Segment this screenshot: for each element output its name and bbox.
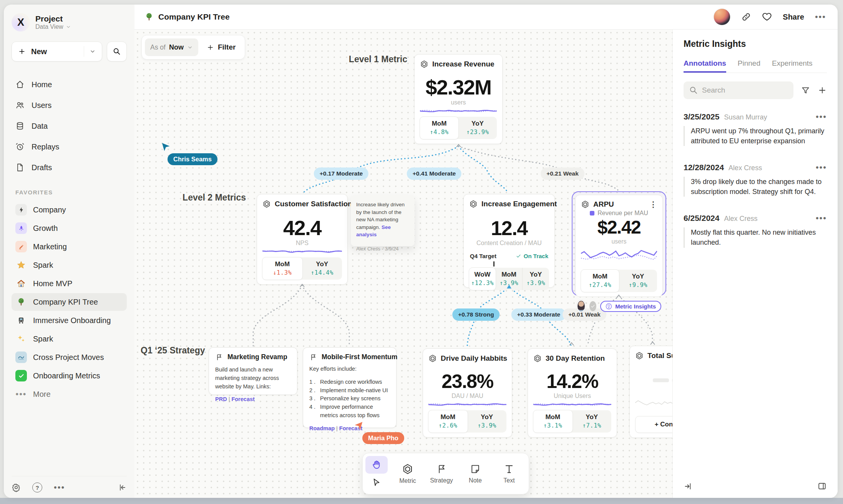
collapse-sidebar-icon[interactable] bbox=[118, 483, 127, 492]
tool-strategy[interactable]: Strategy bbox=[425, 456, 458, 491]
favorite-item-onboarding-metrics[interactable]: Onboarding Metrics bbox=[12, 367, 127, 385]
strategy-card-marketing-revamp[interactable]: Marketing Revamp Build and launch a new … bbox=[209, 347, 297, 395]
expand-panel-icon[interactable] bbox=[684, 482, 693, 491]
favorites-more-button[interactable]: ••• More bbox=[12, 385, 127, 403]
hand-tool-button[interactable] bbox=[365, 456, 388, 474]
pointer-icon bbox=[372, 478, 381, 487]
card-title: Increase Revenue bbox=[432, 60, 495, 68]
expand-caret-icon[interactable] bbox=[569, 342, 574, 346]
annotation-item[interactable]: 12/28/2024 Alex Cress ••• 3% drop likely… bbox=[684, 163, 827, 197]
sparkline-chart bbox=[428, 403, 506, 406]
favorite-item-spark[interactable]: Spark bbox=[12, 256, 127, 274]
metric-card-30-day-retention[interactable]: 30 Day Retention 14.2% Unique Users MoM↑… bbox=[528, 348, 617, 438]
metric-card-drive-daily-habbits[interactable]: Drive Daily Habbits 23.8% DAU / MAU MoM↑… bbox=[423, 348, 512, 438]
annotation-item[interactable]: 3/25/2025 Susan Murray ••• ARPU went up … bbox=[684, 112, 827, 146]
branch-node-icon[interactable] bbox=[506, 284, 512, 289]
expand-caret-icon[interactable] bbox=[456, 143, 461, 148]
avatar[interactable] bbox=[714, 8, 730, 25]
favorite-item-company-kpi-tree[interactable]: Company KPI Tree bbox=[12, 293, 127, 311]
favorite-item-marketing[interactable]: Marketing bbox=[12, 238, 127, 255]
tool-text[interactable]: Text bbox=[492, 456, 526, 491]
card-menu-kebab-icon[interactable]: ⋮ bbox=[649, 200, 657, 209]
annotation-author-date: Alex Cress - 3/9/24 bbox=[356, 245, 409, 253]
card-title: Increase Engagement bbox=[481, 200, 557, 208]
edge-pill[interactable]: +0.41 Moderate bbox=[407, 167, 461, 180]
search-icon bbox=[113, 47, 121, 56]
select-tool-button[interactable] bbox=[365, 474, 388, 491]
tab-pinned[interactable]: Pinned bbox=[738, 59, 760, 73]
add-filter-button[interactable]: Filter bbox=[201, 43, 242, 51]
strategy-card-mobile-first-momentum[interactable]: Mobile-First Momentum Key efforts includ… bbox=[303, 347, 397, 428]
filter-funnel-icon[interactable] bbox=[801, 86, 810, 95]
metric-insights-badge[interactable]: Metric Insights bbox=[600, 301, 661, 312]
annotation-menu-icon[interactable]: ••• bbox=[816, 166, 827, 169]
connect-metric-button[interactable]: + Connect bbox=[635, 416, 672, 433]
annotation-item[interactable]: 6/25/2024 Alex Cress ••• Mostly flat thi… bbox=[684, 214, 827, 247]
favorite-item-home-mvp[interactable]: Home MVP bbox=[12, 275, 127, 292]
sidebar-more-icon[interactable]: ••• bbox=[54, 486, 65, 489]
link-separator: | bbox=[336, 425, 338, 431]
data-view-selector[interactable]: Data View bbox=[35, 23, 71, 30]
copy-link-icon[interactable] bbox=[741, 12, 751, 22]
page-title: Company KPI Tree bbox=[158, 12, 230, 22]
sidebar-item-home[interactable]: Home bbox=[12, 76, 127, 93]
as-of-selector[interactable]: As of Now bbox=[145, 38, 198, 56]
canvas-tool-dock: Metric Strategy Note Text bbox=[362, 453, 529, 494]
stat-label: MoM bbox=[534, 413, 572, 421]
topbar-more-icon[interactable]: ••• bbox=[815, 15, 826, 19]
edge-pill[interactable]: +0.78 Strong bbox=[452, 308, 499, 321]
more-label: More bbox=[33, 390, 51, 399]
tab-annotations[interactable]: Annotations bbox=[684, 59, 726, 73]
add-annotation-icon[interactable] bbox=[818, 86, 827, 95]
roadmap-link[interactable]: Roadmap bbox=[309, 425, 335, 431]
expand-caret-icon[interactable] bbox=[616, 294, 622, 298]
prd-link[interactable]: PRD bbox=[215, 396, 227, 402]
edge-pill[interactable]: +0.17 Moderate bbox=[314, 167, 368, 180]
favorite-item-company[interactable]: Company bbox=[12, 201, 127, 219]
tree-icon bbox=[15, 296, 27, 308]
toggle-panel-icon[interactable] bbox=[817, 481, 827, 491]
favorite-item-cross-project-moves[interactable]: Cross Project Moves bbox=[12, 348, 127, 366]
metric-card-total-subscriptions[interactable]: Total Subscript + Connect bbox=[629, 346, 672, 438]
sidebar-item-replays[interactable]: Replays bbox=[12, 138, 127, 155]
sidebar-item-users[interactable]: Users bbox=[12, 97, 127, 114]
expand-caret-icon[interactable] bbox=[299, 283, 305, 288]
tool-metric[interactable]: Metric bbox=[391, 456, 425, 491]
edge-pill[interactable]: +0.33 Moderate bbox=[511, 308, 566, 321]
kpi-tree-canvas[interactable]: As of Now Filter Level 1 Metric Level 2 … bbox=[134, 30, 672, 498]
stat-label: YoY bbox=[573, 413, 611, 421]
sparkline-chart bbox=[581, 248, 657, 266]
expand-caret-icon[interactable] bbox=[650, 341, 655, 345]
bolt-icon bbox=[15, 204, 27, 216]
new-dropdown-toggle[interactable] bbox=[84, 46, 96, 57]
gear-icon[interactable] bbox=[12, 483, 21, 492]
pencil-icon bbox=[15, 241, 27, 252]
edge-pill[interactable]: +0.21 Weak bbox=[541, 167, 584, 180]
canvas-annotation-note[interactable]: Increase likely driven by the launch of … bbox=[351, 196, 415, 246]
card-title: Mobile-First Momentum bbox=[322, 353, 397, 361]
project-switcher[interactable]: X Project Data View bbox=[12, 13, 127, 32]
annotation-menu-icon[interactable]: ••• bbox=[816, 115, 827, 119]
forecast-link[interactable]: Forecast bbox=[231, 396, 254, 402]
sidebar-item-drafts[interactable]: Drafts bbox=[12, 159, 127, 176]
favorite-item-spark-2[interactable]: Spark bbox=[12, 330, 127, 348]
help-icon[interactable]: ? bbox=[32, 482, 42, 492]
tab-experiments[interactable]: Experiments bbox=[772, 59, 813, 73]
sidebar-search-button[interactable] bbox=[107, 41, 127, 61]
annotation-menu-icon[interactable]: ••• bbox=[816, 216, 827, 220]
metric-card-arpu-selected[interactable]: ARPU ⋮ Revenue per MAU $2.42 users bbox=[572, 191, 666, 296]
share-button[interactable]: Share bbox=[783, 13, 804, 22]
new-button[interactable]: New bbox=[12, 41, 102, 61]
metric-value: 12.4 bbox=[469, 218, 549, 238]
stat-value: ↑2.6% bbox=[429, 422, 467, 429]
tool-note[interactable]: Note bbox=[458, 456, 492, 491]
stat-label: MoM bbox=[429, 413, 467, 421]
favorite-item-growth[interactable]: Growth bbox=[12, 219, 127, 237]
annotations-search-input[interactable] bbox=[684, 81, 793, 99]
metric-card-customer-satisfaction[interactable]: Customer Satisfaction 42.4 NPS MoM↓1.3% … bbox=[257, 194, 348, 285]
metric-card-increase-engagement[interactable]: Increase Engagement 12.4 Content Creatio… bbox=[463, 194, 555, 288]
sidebar-item-data[interactable]: Data bbox=[12, 118, 127, 134]
favorite-heart-icon[interactable] bbox=[762, 12, 772, 22]
favorite-item-immersive-onboarding[interactable]: Immersive Onboarding bbox=[12, 312, 127, 329]
metric-card-increase-revenue[interactable]: Increase Revenue $2.32M users MoM↑4.8% Y… bbox=[414, 54, 503, 144]
